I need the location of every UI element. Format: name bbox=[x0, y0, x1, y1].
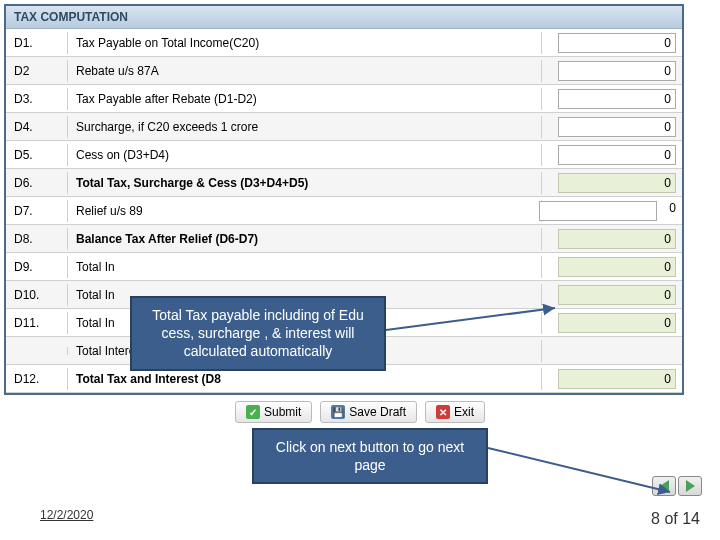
row-value-cell bbox=[542, 87, 682, 111]
row-label: Total Tax, Surcharge & Cess (D3+D4+D5) bbox=[68, 172, 542, 194]
row-code: D11. bbox=[6, 312, 68, 334]
row-code: D12. bbox=[6, 368, 68, 390]
row-value-cell bbox=[542, 143, 682, 167]
row-code: D1. bbox=[6, 32, 68, 54]
row-label: Rebate u/s 87A bbox=[68, 60, 542, 82]
value-text: 0 bbox=[669, 201, 676, 221]
panel-title: TAX COMPUTATION bbox=[6, 6, 682, 29]
value-input[interactable] bbox=[558, 145, 676, 165]
save-draft-button[interactable]: 💾 Save Draft bbox=[320, 401, 417, 423]
callout-next-button: Click on next button to go next page bbox=[252, 428, 488, 484]
value-readonly: 0 bbox=[558, 369, 676, 389]
value-input[interactable] bbox=[558, 33, 676, 53]
form-row: D9.Total In0 bbox=[6, 253, 682, 281]
row-value-cell: 0 bbox=[542, 311, 682, 335]
value-readonly: 0 bbox=[558, 285, 676, 305]
value-input[interactable] bbox=[558, 117, 676, 137]
form-row: D6.Total Tax, Surcharge & Cess (D3+D4+D5… bbox=[6, 169, 682, 197]
form-row: D2Rebate u/s 87A bbox=[6, 57, 682, 85]
value-input[interactable] bbox=[539, 201, 657, 221]
row-label: Total In bbox=[68, 256, 542, 278]
value-readonly: 0 bbox=[558, 173, 676, 193]
row-label: Surcharge, if C20 exceeds 1 crore bbox=[68, 116, 542, 138]
row-code: D7. bbox=[6, 200, 68, 222]
row-value-cell: 0 bbox=[542, 283, 682, 307]
exit-label: Exit bbox=[454, 405, 474, 419]
form-row: D3.Tax Payable after Rebate (D1-D2) bbox=[6, 85, 682, 113]
row-value-cell: 0 bbox=[542, 255, 682, 279]
close-icon: ✕ bbox=[436, 405, 450, 419]
row-code: D2 bbox=[6, 60, 68, 82]
chevron-right-icon bbox=[686, 480, 695, 492]
row-label: Balance Tax After Relief (D6-D7) bbox=[68, 228, 542, 250]
row-code: D10. bbox=[6, 284, 68, 306]
row-value-cell: 0 bbox=[542, 227, 682, 251]
submit-button[interactable]: ✓ Submit bbox=[235, 401, 312, 423]
row-label: Tax Payable after Rebate (D1-D2) bbox=[68, 88, 542, 110]
form-row: D4.Surcharge, if C20 exceeds 1 crore bbox=[6, 113, 682, 141]
chevron-left-icon bbox=[660, 480, 669, 492]
row-value-cell bbox=[542, 31, 682, 55]
value-readonly: 0 bbox=[558, 257, 676, 277]
footer-page: 8 of 14 bbox=[651, 510, 700, 528]
check-icon: ✓ bbox=[246, 405, 260, 419]
prev-button[interactable] bbox=[652, 476, 676, 496]
value-input[interactable] bbox=[558, 61, 676, 81]
value-readonly: 0 bbox=[558, 313, 676, 333]
row-value-cell bbox=[542, 115, 682, 139]
toolbar: ✓ Submit 💾 Save Draft ✕ Exit bbox=[0, 401, 720, 423]
row-value-cell: 0 bbox=[542, 199, 682, 223]
row-label: Relief u/s 89 bbox=[68, 200, 542, 222]
nav-arrows bbox=[652, 476, 702, 496]
submit-label: Submit bbox=[264, 405, 301, 419]
callout-auto-calc: Total Tax payable including of Edu cess,… bbox=[130, 296, 386, 371]
row-code: D6. bbox=[6, 172, 68, 194]
form-row: D7.Relief u/s 890 bbox=[6, 197, 682, 225]
form-row: D8.Balance Tax After Relief (D6-D7)0 bbox=[6, 225, 682, 253]
row-code: D4. bbox=[6, 116, 68, 138]
row-code: D3. bbox=[6, 88, 68, 110]
row-label: Total Tax and Interest (D8 bbox=[68, 368, 542, 390]
value-input[interactable] bbox=[558, 89, 676, 109]
save-icon: 💾 bbox=[331, 405, 345, 419]
row-code: D5. bbox=[6, 144, 68, 166]
svg-line-1 bbox=[488, 448, 670, 492]
row-label: Cess on (D3+D4) bbox=[68, 144, 542, 166]
save-draft-label: Save Draft bbox=[349, 405, 406, 419]
row-value-cell: 0 bbox=[542, 171, 682, 195]
form-row: D1.Tax Payable on Total Income(C20) bbox=[6, 29, 682, 57]
value-readonly: 0 bbox=[558, 229, 676, 249]
row-code bbox=[6, 347, 68, 355]
row-code: D9. bbox=[6, 256, 68, 278]
footer-date: 12/2/2020 bbox=[40, 508, 93, 522]
form-row: D5.Cess on (D3+D4) bbox=[6, 141, 682, 169]
row-value-cell bbox=[542, 59, 682, 83]
row-label: Tax Payable on Total Income(C20) bbox=[68, 32, 542, 54]
row-value-cell: 0 bbox=[542, 367, 682, 391]
row-value-cell bbox=[542, 349, 682, 353]
exit-button[interactable]: ✕ Exit bbox=[425, 401, 485, 423]
next-button[interactable] bbox=[678, 476, 702, 496]
row-code: D8. bbox=[6, 228, 68, 250]
